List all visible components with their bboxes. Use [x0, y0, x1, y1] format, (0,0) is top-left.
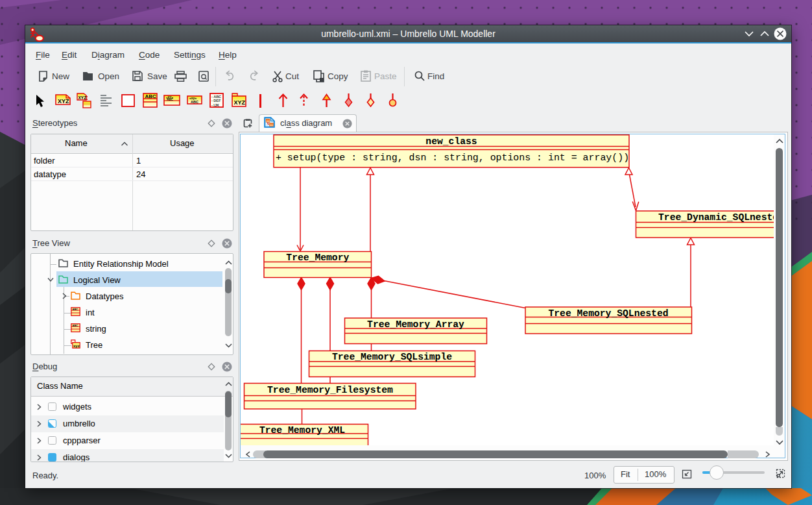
- svg-text:- ABC: - ABC: [211, 95, 221, 99]
- svg-text:Tree_Dynamic_SQLnested: Tree_Dynamic_SQLnested: [658, 212, 774, 223]
- svg-text:- IJK: - IJK: [211, 103, 219, 107]
- svg-text:- DEF: - DEF: [211, 99, 221, 103]
- svg-text:ABC: ABC: [145, 93, 157, 99]
- svg-text:Tree_Memory_SQLsimple: Tree_Memory_SQLsimple: [332, 352, 452, 362]
- svg-text:Tree_Memory_SQLnested: Tree_Memory_SQLnested: [548, 308, 668, 319]
- svg-text:ABC: ABC: [73, 324, 78, 327]
- svg-text:Tree_Memory_Filesystem: Tree_Memory_Filesystem: [267, 385, 393, 395]
- svg-text:XYZ: XYZ: [58, 98, 69, 105]
- svg-text:Tree_Memory_XML: Tree_Memory_XML: [259, 425, 345, 436]
- svg-text:XYZ: XYZ: [234, 99, 246, 106]
- svg-text:+ setup(type : string, dsn : s: + setup(type : string, dsn : string, opt…: [276, 153, 629, 163]
- svg-text:ABC: ABC: [167, 98, 173, 101]
- svg-text:ABC: ABC: [73, 308, 78, 311]
- svg-text:xyz: xyz: [73, 344, 80, 348]
- svg-text:XYZ: XYZ: [78, 95, 87, 100]
- svg-text:Tree_Memory: Tree_Memory: [286, 252, 349, 263]
- svg-text:ABC: ABC: [191, 100, 198, 104]
- svg-text:new_class: new_class: [425, 136, 477, 147]
- svg-text:Tree_Memory_Array: Tree_Memory_Array: [367, 319, 464, 330]
